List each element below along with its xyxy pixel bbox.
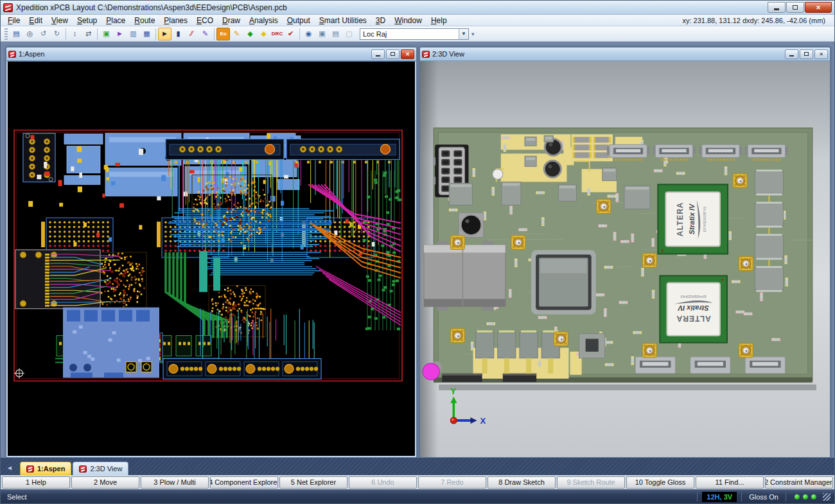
unroute-icon[interactable]: ⁄⁄	[185, 28, 198, 40]
close-button[interactable]: ✕	[805, 2, 832, 13]
drc-check-icon[interactable]: ✔	[284, 28, 297, 40]
menu-edit[interactable]: Edit	[24, 15, 47, 26]
axis-x-label: X	[480, 416, 486, 426]
minimize-button[interactable]	[768, 2, 786, 13]
disabled-tool-icon[interactable]: ▢	[342, 28, 356, 40]
fkey-11-find-[interactable]: 11 Find...	[696, 476, 764, 489]
aspen-window-titlebar[interactable]: 1:Aspen ✕	[6, 48, 416, 61]
fkey-2-move[interactable]: 2 Move	[71, 476, 139, 489]
gloss-indicator[interactable]: Gloss On	[746, 493, 781, 501]
fanout-icon[interactable]: ▦	[140, 28, 154, 40]
view-tab-bar: ◄ 1:Aspen2:3D View	[1, 458, 834, 475]
minimize-icon	[774, 8, 779, 10]
warn-diamond-icon[interactable]: ◆	[257, 28, 270, 40]
fpga-u1[interactable]: ALTERA Stratix IV EP4SE820F43	[658, 184, 728, 254]
aspen-close-button[interactable]: ✕	[401, 49, 414, 59]
edit-doc-icon[interactable]: ✎	[230, 28, 243, 40]
fpga2-part: EP4SE820F43	[680, 295, 707, 299]
title-bar[interactable]: Xpedition xPCB Layout C:\Demonstrations\…	[1, 1, 834, 15]
status-light-green	[811, 494, 816, 500]
menu-draw[interactable]: Draw	[218, 15, 245, 26]
sma-connector[interactable]	[597, 199, 611, 213]
chevron-down-icon[interactable]: ▼	[459, 29, 468, 39]
sma-connector[interactable]	[642, 253, 656, 267]
fkey-12-constraint-manager-[interactable]: 12 Constraint Manager...	[765, 476, 833, 489]
toolbar-separator	[214, 28, 215, 40]
window-props-icon[interactable]: ▤	[329, 28, 342, 40]
place-parts-icon[interactable]: ↕	[68, 28, 82, 40]
menu-view[interactable]: View	[47, 15, 73, 26]
view3d-close-button[interactable]: ✕	[814, 49, 828, 59]
sma-connector[interactable]	[739, 343, 753, 358]
menu-window[interactable]: Window	[390, 15, 426, 26]
fkey-1-help[interactable]: 1 Help	[2, 476, 70, 489]
pcb-3d-canvas[interactable]: ALTERA Stratix IV EP4SE820F43 EP4SE820F4…	[420, 61, 830, 457]
menu-eco[interactable]: ECO	[192, 15, 218, 26]
function-key-bar: 1 Help2 Move3 Plow / Multi4 Component Ex…	[1, 475, 834, 489]
document-icon	[8, 51, 16, 58]
menu-setup[interactable]: Setup	[73, 15, 101, 26]
new-window-icon[interactable]: ▣	[315, 28, 329, 40]
scheme-combobox[interactable]: Loc Raj ▼	[360, 28, 469, 40]
menu-file[interactable]: File	[3, 15, 24, 26]
status-light-green	[795, 494, 800, 500]
sma-connector[interactable]	[450, 329, 464, 343]
sma-connector[interactable]	[554, 332, 568, 346]
fpga-u2[interactable]: EP4SE820F43 Stratix IV ALTERA	[660, 276, 727, 343]
zoom-icon[interactable]: ◉	[302, 28, 315, 40]
sma-connector[interactable]	[739, 256, 753, 270]
menu-output[interactable]: Output	[283, 15, 315, 26]
menu-place[interactable]: Place	[101, 15, 130, 26]
menu-3d[interactable]: 3D	[371, 15, 390, 26]
sma-connector[interactable]	[450, 235, 464, 249]
status-mode: Select	[4, 493, 692, 501]
toolbar-overflow-icon[interactable]: ▾	[471, 31, 475, 37]
aspen-minimize-button[interactable]	[371, 49, 385, 59]
eco-icon[interactable]: Eo	[216, 28, 230, 40]
menu-help[interactable]: Help	[426, 15, 452, 26]
drc-icon[interactable]: DRC	[270, 28, 284, 40]
sma-connector[interactable]	[642, 343, 656, 358]
toolbar-grip[interactable]	[4, 28, 8, 40]
fkey-8-draw-sketch[interactable]: 8 Draw Sketch	[488, 476, 556, 489]
view-3d-window: 2:3D View ✕	[419, 47, 831, 458]
route-pencil-icon[interactable]: ✎	[198, 28, 212, 40]
fpga1-family: Stratix IV	[688, 203, 696, 234]
layers-icon[interactable]: ▮	[171, 28, 185, 40]
fkey-4-component-explorer[interactable]: 4 Component Explorer	[210, 476, 278, 489]
view3d-window-titlebar[interactable]: 2:3D View ✕	[420, 48, 830, 61]
tab-1-aspen[interactable]: 1:Aspen	[20, 462, 71, 475]
copy-icon[interactable]: ▥	[127, 28, 140, 40]
sma-connector[interactable]	[511, 235, 525, 249]
menu-route[interactable]: Route	[130, 15, 159, 26]
redo-icon[interactable]: ↻	[50, 28, 64, 40]
fkey-5-net-explorer[interactable]: 5 Net Explorer	[279, 476, 347, 489]
view3d-minimize-button[interactable]	[785, 49, 798, 59]
pass-diamond-icon[interactable]: ◆	[243, 28, 257, 40]
save-icon[interactable]: ▤	[10, 28, 23, 40]
tab-2-3d-view[interactable]: 2:3D View	[73, 462, 128, 475]
menu-smart-utilities[interactable]: Smart Utilities	[315, 15, 371, 26]
board-view-icon[interactable]: ▣	[100, 28, 113, 40]
view3d-window-title: 2:3D View	[432, 50, 784, 58]
fkey-10-toggle-gloss[interactable]: 10 Toggle Gloss	[626, 476, 694, 489]
fkey-3-plow-multi[interactable]: 3 Plow / Multi	[141, 476, 209, 489]
menu-bar: FileEditViewSetupPlaceRoutePlanesECODraw…	[1, 15, 834, 26]
sma-connector[interactable]	[733, 173, 747, 187]
maximize-button[interactable]	[786, 2, 804, 13]
find-icon[interactable]: ◎	[23, 28, 37, 40]
undo-icon[interactable]: ↺	[37, 28, 50, 40]
coordinate-readout: xy: 231.88, 131.12 dxdy: 245.86, -42.06 …	[682, 17, 832, 24]
resize-grip[interactable]	[823, 493, 831, 501]
swap-parts-icon[interactable]: ⇄	[82, 28, 95, 40]
select-mode-icon[interactable]: ►	[158, 28, 171, 40]
aspen-restore-button[interactable]	[386, 49, 400, 59]
pcb-2d-canvas[interactable]	[8, 62, 415, 456]
menu-planes[interactable]: Planes	[159, 15, 192, 26]
move-icon[interactable]: ►	[113, 28, 127, 40]
qfp-asic[interactable]	[531, 250, 596, 314]
view3d-restore-button[interactable]	[800, 49, 813, 59]
tab-scroll-left-icon[interactable]: ◄	[4, 462, 15, 473]
left-edge-connector[interactable]	[424, 241, 505, 310]
menu-analysis[interactable]: Analysis	[245, 15, 283, 26]
